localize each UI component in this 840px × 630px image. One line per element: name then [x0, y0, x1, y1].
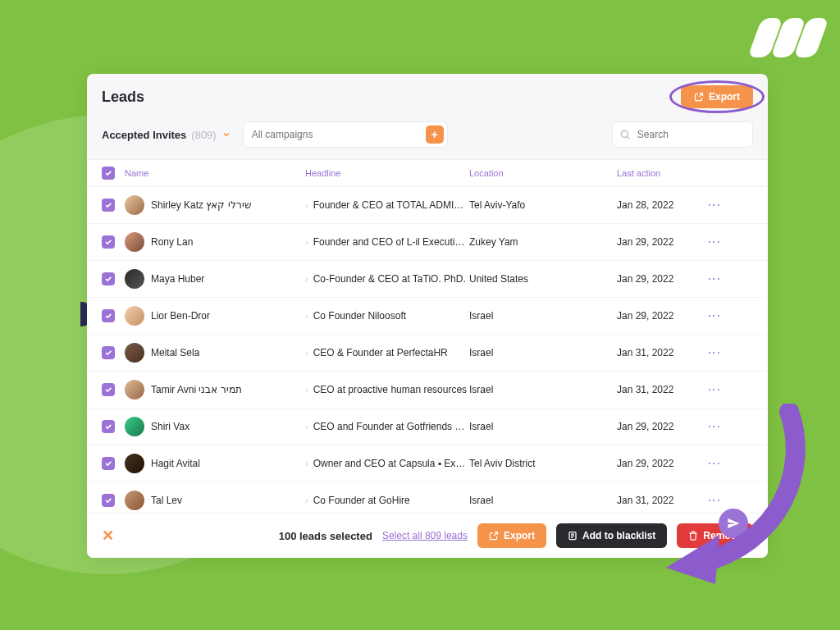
- chevron-right-icon: ›: [305, 495, 308, 505]
- chat-fab[interactable]: [719, 509, 748, 538]
- avatar: [125, 343, 144, 363]
- lead-location: Israel: [469, 310, 617, 322]
- col-header-last-action[interactable]: Last action: [617, 168, 707, 178]
- col-header-name[interactable]: Name: [125, 168, 305, 178]
- row-more-menu[interactable]: ⋮: [707, 383, 720, 397]
- chevron-right-icon: ›: [305, 422, 308, 431]
- add-to-blacklist-button[interactable]: Add to blacklist: [556, 523, 667, 548]
- table-body: Shirley Katz שירלי קאץ›Founder & CEO at …: [87, 187, 768, 513]
- lead-location: Israel: [469, 347, 617, 358]
- leads-panel: Leads Export Accepted Invites (809) +: [87, 74, 768, 558]
- lead-headline: Co Founder at GoHire: [313, 495, 410, 506]
- row-checkbox[interactable]: [102, 199, 115, 212]
- lead-headline: Co Founder Niloosoft: [313, 310, 406, 322]
- table-row[interactable]: Hagit Avital›Owner and CEO at Capsula ▪︎…: [87, 445, 768, 482]
- row-checkbox[interactable]: [102, 235, 115, 249]
- avatar: [125, 417, 144, 436]
- avatar: [125, 380, 144, 399]
- chevron-right-icon: ›: [305, 274, 308, 284]
- row-more-menu[interactable]: ⋮: [707, 420, 720, 434]
- row-more-menu[interactable]: ⋮: [707, 346, 720, 360]
- export-button-top-label: Export: [709, 91, 740, 103]
- lead-last-action: Jan 31, 2022: [617, 495, 707, 506]
- lead-location: Tel Aviv District: [469, 458, 617, 469]
- row-more-menu[interactable]: ⋮: [707, 235, 720, 249]
- blacklist-button-label: Add to blacklist: [582, 530, 655, 541]
- table-row[interactable]: Meital Sela›CEO & Founder at PerfectaHRI…: [87, 335, 768, 372]
- col-header-headline[interactable]: Headline: [305, 168, 469, 178]
- send-icon: [727, 517, 740, 530]
- lead-location: Israel: [469, 495, 617, 506]
- table-row[interactable]: Rony Lan›Founder and CEO of L-il Executi…: [87, 224, 768, 261]
- row-checkbox[interactable]: [102, 457, 115, 470]
- avatar: [125, 491, 144, 510]
- row-checkbox[interactable]: [102, 494, 115, 507]
- blacklist-icon: [568, 531, 578, 541]
- avatar: [125, 454, 144, 473]
- chevron-right-icon: ›: [305, 348, 308, 358]
- chevron-right-icon: ›: [305, 311, 308, 321]
- add-campaign-button[interactable]: +: [426, 126, 444, 144]
- svg-point-0: [621, 130, 628, 137]
- lead-location: Tel Aviv-Yafo: [469, 199, 617, 211]
- table-row[interactable]: Maya Huber›Co-Founder & CEO at TaTiO. Ph…: [87, 261, 768, 298]
- export-icon: [489, 531, 499, 541]
- table-row[interactable]: Shirley Katz שירלי קאץ›Founder & CEO at …: [87, 187, 768, 224]
- row-checkbox[interactable]: [102, 272, 115, 285]
- lead-name: Lior Ben-Dror: [151, 310, 210, 322]
- lead-name: Tamir Avni תמיר אבני: [151, 384, 242, 395]
- brand-logo: [755, 18, 822, 57]
- col-header-location[interactable]: Location: [469, 168, 617, 178]
- lead-last-action: Jan 29, 2022: [617, 421, 707, 432]
- row-checkbox[interactable]: [102, 383, 115, 396]
- search-icon: [619, 129, 631, 140]
- lead-location: Zukey Yam: [469, 236, 617, 248]
- select-all-checkbox[interactable]: [102, 167, 115, 180]
- panel-header: Leads Export: [87, 74, 768, 116]
- chevron-right-icon: ›: [305, 237, 308, 247]
- row-more-menu[interactable]: ⋮: [707, 272, 720, 286]
- invite-filter-label: Accepted Invites: [102, 129, 186, 141]
- lead-headline: CEO at proactive human resources: [313, 384, 467, 395]
- lead-location: Israel: [469, 384, 617, 395]
- invite-filter[interactable]: Accepted Invites (809): [102, 129, 231, 141]
- campaign-select: +: [243, 121, 448, 148]
- row-checkbox[interactable]: [102, 309, 115, 322]
- export-button-bottom-label: Export: [504, 530, 535, 541]
- lead-location: United States: [469, 273, 617, 285]
- filter-row: Accepted Invites (809) +: [87, 116, 768, 159]
- lead-last-action: Jan 28, 2022: [617, 199, 707, 211]
- export-button-top[interactable]: Export: [681, 85, 753, 108]
- table-row[interactable]: Shiri Vax›CEO and Founder at Gotfriends …: [87, 409, 768, 445]
- lead-location: Israel: [469, 421, 617, 432]
- row-checkbox[interactable]: [102, 420, 115, 433]
- lead-headline: Founder & CEO at TOTAL ADMIN Administrat…: [313, 199, 469, 211]
- export-button-bottom[interactable]: Export: [477, 523, 546, 548]
- chevron-right-icon: ›: [305, 200, 308, 210]
- chevron-right-icon: ›: [305, 385, 308, 395]
- row-more-menu[interactable]: ⋮: [707, 309, 720, 323]
- lead-name: Maya Huber: [151, 273, 204, 285]
- lead-name: Shiri Vax: [151, 421, 189, 432]
- export-icon: [694, 92, 704, 102]
- avatar: [125, 195, 144, 215]
- lead-last-action: Jan 29, 2022: [617, 273, 707, 285]
- lead-last-action: Jan 29, 2022: [617, 236, 707, 248]
- select-all-link[interactable]: Select all 809 leads: [382, 530, 468, 541]
- close-selection-button[interactable]: ✕: [102, 527, 114, 545]
- export-top-wrap: Export: [681, 85, 753, 108]
- row-more-menu[interactable]: ⋮: [707, 199, 720, 212]
- table-row[interactable]: Tamir Avni תמיר אבני›CEO at proactive hu…: [87, 372, 768, 409]
- search-wrap: [612, 121, 753, 148]
- table-row[interactable]: Tal Lev›Co Founder at GoHireIsraelJan 31…: [87, 482, 768, 513]
- lead-headline: Owner and CEO at Capsula ▪︎ Expert in re…: [313, 458, 469, 469]
- table-column-headers: Name Headline Location Last action: [87, 159, 768, 187]
- lead-last-action: Jan 31, 2022: [617, 347, 707, 358]
- row-checkbox[interactable]: [102, 346, 115, 359]
- row-more-menu[interactable]: ⋮: [707, 457, 720, 471]
- search-input[interactable]: [612, 121, 753, 148]
- campaign-input[interactable]: [243, 121, 448, 148]
- row-more-menu[interactable]: ⋮: [707, 494, 720, 508]
- table-row[interactable]: Lior Ben-Dror›Co Founder NiloosoftIsrael…: [87, 298, 768, 335]
- page-title: Leads: [102, 89, 144, 106]
